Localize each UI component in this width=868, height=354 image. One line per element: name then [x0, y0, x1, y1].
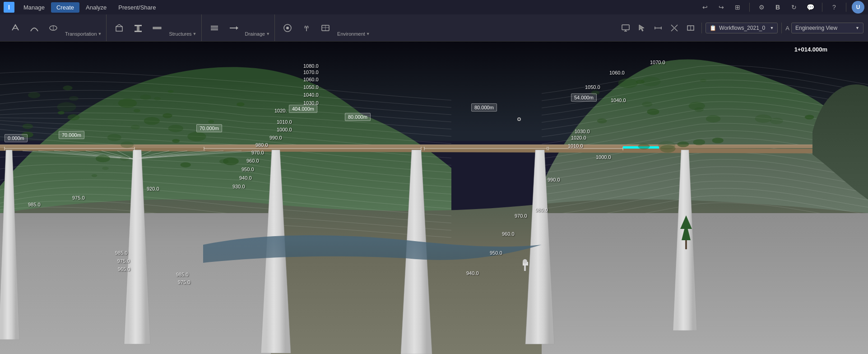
- svg-line-29: [675, 25, 678, 28]
- surface-icon: [48, 23, 58, 33]
- view-mode-value: Engineering View: [795, 25, 853, 31]
- separator-1: [749, 3, 750, 12]
- svg-rect-2: [116, 27, 122, 31]
- terrain-tool[interactable]: [279, 17, 297, 39]
- grid-button[interactable]: ⊞: [731, 1, 744, 14]
- structures-chevron: ▼: [193, 32, 197, 36]
- svg-point-16: [286, 27, 289, 29]
- svg-marker-23: [639, 25, 644, 31]
- pipe-tool[interactable]: [205, 17, 223, 39]
- structure-tool-1[interactable]: [110, 17, 128, 39]
- select-cursor-button[interactable]: [635, 21, 649, 35]
- workflow-icon: 📋: [710, 25, 716, 31]
- refresh-button[interactable]: ↻: [788, 1, 800, 14]
- menu-bar: Manage Create Analyze Present/Share: [18, 2, 161, 13]
- trim-button[interactable]: [667, 21, 682, 35]
- pipe-icon: [209, 23, 219, 33]
- svg-line-28: [671, 28, 674, 31]
- transportation-chevron: ▼: [98, 32, 102, 36]
- chat-button[interactable]: 💬: [804, 1, 817, 14]
- surface-tool[interactable]: [44, 17, 62, 39]
- beam-icon: [152, 23, 162, 33]
- environment-chevron: ▼: [366, 32, 370, 36]
- beam-tool[interactable]: [148, 17, 166, 39]
- structures-group: Structures ▼: [107, 14, 201, 41]
- svg-marker-14: [236, 26, 238, 30]
- svg-rect-5: [135, 25, 142, 26]
- terrain-icon: [283, 23, 292, 33]
- structures-dropdown[interactable]: Structures ▼: [167, 30, 198, 37]
- flow-icon: [228, 23, 238, 33]
- plant-tool[interactable]: [297, 17, 316, 39]
- workflow-selector[interactable]: 📋 Workflows_2021_0 ▼: [706, 23, 778, 33]
- plant-icon: [302, 23, 311, 33]
- workflow-chevron: ▼: [770, 26, 774, 30]
- road-tool[interactable]: [6, 17, 24, 39]
- terrain-canvas: [0, 42, 868, 354]
- transportation-group: Transportation ▼: [4, 14, 107, 41]
- svg-rect-20: [622, 25, 629, 30]
- separator-3: [846, 3, 846, 12]
- curve-tool[interactable]: [25, 17, 43, 39]
- menu-manage[interactable]: Manage: [18, 2, 50, 13]
- menu-analyze[interactable]: Analyze: [80, 2, 112, 13]
- right-toolbar: 📋 Workflows_2021_0 ▼ A Engineering View …: [614, 14, 868, 42]
- drainage-group: Drainage ▼: [203, 14, 275, 41]
- bold-button[interactable]: B: [771, 1, 784, 14]
- drainage-chevron: ▼: [266, 32, 270, 36]
- station-label: 1+014.000m: [794, 46, 827, 53]
- menu-present-share[interactable]: Present/Share: [113, 2, 161, 13]
- road-icon: [10, 23, 20, 33]
- column-tool[interactable]: [129, 17, 147, 39]
- redo-button[interactable]: ↪: [715, 1, 728, 14]
- title-bar: I Manage Create Analyze Present/Share ↩ …: [0, 0, 868, 14]
- undo-button[interactable]: ↩: [699, 1, 711, 14]
- menu-create[interactable]: Create: [51, 2, 79, 13]
- monitor-button[interactable]: [618, 21, 633, 35]
- view-mode-selector[interactable]: Engineering View ▼: [791, 23, 863, 33]
- titlebar-right: ↩ ↪ ⊞ ⚙ B ↻ 💬 ? U: [699, 1, 864, 14]
- flow-direction-tool[interactable]: [224, 17, 242, 39]
- map-tool[interactable]: [316, 17, 334, 39]
- svg-rect-8: [153, 27, 161, 29]
- curve-icon: [29, 23, 39, 33]
- settings-button[interactable]: ⚙: [755, 1, 768, 14]
- right-separator-2: [781, 23, 782, 33]
- svg-rect-7: [135, 31, 142, 32]
- structure-icon-1: [114, 23, 124, 33]
- app-icon: I: [4, 2, 14, 13]
- drainage-dropdown[interactable]: Drainage ▼: [243, 30, 272, 37]
- 3d-viewport[interactable]: 1080.0 1070.0 1060.0 1050.0 1040.0 1030.…: [0, 42, 868, 354]
- separator-2: [822, 3, 822, 12]
- view-label-icon: A: [785, 25, 789, 32]
- help-button[interactable]: ?: [828, 1, 840, 14]
- workflow-value: Workflows_2021_0: [719, 25, 767, 31]
- user-avatar[interactable]: U: [852, 1, 864, 14]
- drainage-label: Drainage: [245, 31, 265, 37]
- environment-label: Environment: [337, 31, 365, 37]
- map-icon: [320, 23, 330, 33]
- structures-label: Structures: [169, 31, 191, 37]
- transportation-label: Transportation: [65, 31, 97, 37]
- environment-dropdown[interactable]: Environment ▼: [335, 30, 372, 37]
- transportation-dropdown[interactable]: Transportation ▼: [63, 30, 103, 37]
- column-icon: [133, 23, 143, 33]
- measure-button[interactable]: [651, 21, 665, 35]
- split-button[interactable]: [683, 21, 698, 35]
- svg-rect-6: [137, 26, 139, 31]
- right-separator: [701, 23, 702, 33]
- view-mode-chevron: ▼: [855, 26, 859, 30]
- environment-group: Environment ▼: [276, 14, 375, 41]
